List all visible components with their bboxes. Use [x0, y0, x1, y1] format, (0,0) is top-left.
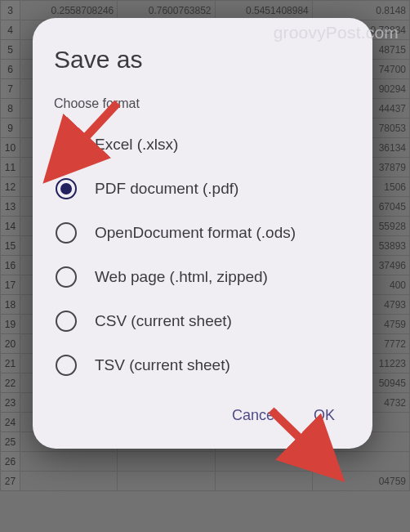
format-option-label: CSV (current sheet)	[95, 312, 232, 330]
dialog-actions: Cancel OK	[54, 387, 351, 437]
radio-icon[interactable]	[56, 134, 77, 155]
save-as-dialog: Save as Choose format Excel (.xlsx)PDF d…	[33, 18, 372, 449]
format-option[interactable]: Web page (.html, zipped)	[54, 255, 351, 299]
watermark: groovyPost.com	[274, 23, 399, 42]
radio-icon[interactable]	[56, 178, 77, 199]
format-option[interactable]: PDF document (.pdf)	[54, 167, 351, 211]
format-option-label: Web page (.html, zipped)	[95, 268, 268, 286]
radio-icon[interactable]	[56, 311, 77, 332]
format-options: Excel (.xlsx)PDF document (.pdf)OpenDocu…	[54, 123, 351, 387]
dialog-scrim: Save as Choose format Excel (.xlsx)PDF d…	[0, 0, 410, 532]
dialog-title: Save as	[54, 46, 351, 74]
radio-icon[interactable]	[56, 266, 77, 288]
format-option-label: Excel (.xlsx)	[95, 136, 178, 154]
cancel-button[interactable]: Cancel	[229, 402, 281, 429]
format-option[interactable]: TSV (current sheet)	[54, 343, 351, 387]
format-option-label: OpenDocument format (.ods)	[95, 224, 296, 242]
format-option[interactable]: CSV (current sheet)	[54, 299, 351, 343]
ok-button[interactable]: OK	[310, 402, 338, 429]
format-option[interactable]: OpenDocument format (.ods)	[54, 211, 351, 255]
format-option-label: TSV (current sheet)	[95, 356, 230, 374]
dialog-subheader: Choose format	[54, 96, 351, 111]
format-option[interactable]: Excel (.xlsx)	[54, 123, 351, 167]
radio-icon[interactable]	[56, 355, 77, 376]
radio-icon[interactable]	[56, 222, 77, 244]
format-option-label: PDF document (.pdf)	[95, 180, 238, 198]
